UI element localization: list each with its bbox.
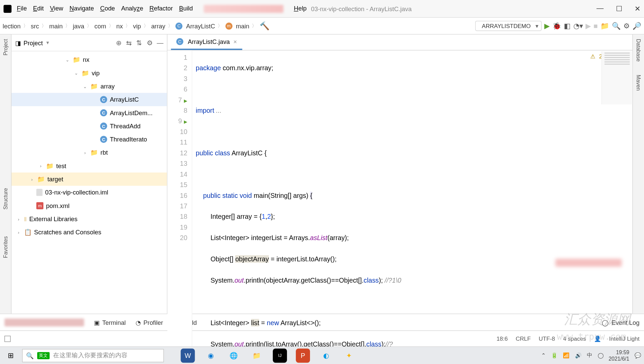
code-content[interactable]: package com.nx.vip.array; import ... pub… xyxy=(192,50,633,364)
tree-nx[interactable]: ⌄📁nx xyxy=(11,53,167,66)
crumb-main[interactable]: main xyxy=(49,22,63,29)
start-button[interactable]: ⊞ xyxy=(3,348,19,363)
tray-sync-icon[interactable]: ◯ xyxy=(598,352,603,358)
crumb-src[interactable]: src xyxy=(31,22,39,29)
tree-pom[interactable]: mpom.xml xyxy=(11,199,167,212)
tree-vip[interactable]: ⌄📁vip xyxy=(11,66,167,79)
rail-maven[interactable]: Maven xyxy=(635,75,641,91)
ime-badge: 英文 xyxy=(37,352,50,359)
tray-wifi-icon[interactable]: 📶 xyxy=(563,352,570,358)
maximize-button[interactable]: ☐ xyxy=(616,4,622,13)
tree-arraylistc[interactable]: CArrayListC xyxy=(11,93,167,106)
tray-notifications-icon[interactable]: 💬 xyxy=(635,352,641,358)
tree-threaditerator[interactable]: CThreadIterato xyxy=(11,133,167,146)
tree-extlib[interactable]: ›⫴External Libraries xyxy=(11,212,167,226)
attach-icon[interactable]: ▶ xyxy=(586,22,591,30)
code-editor[interactable]: 123 6 7 ▶ 8 9 ▶ 101112 131415 161718 192… xyxy=(167,50,633,364)
taskbar-search[interactable]: 🔍 英文 在这里输入你要搜索的内容 xyxy=(22,349,164,362)
search-everywhere-icon[interactable]: 🔍 xyxy=(612,22,621,30)
tree-arraylistdemo[interactable]: CArrayListDem... xyxy=(11,106,167,119)
project-view-select[interactable]: ◨Project▼ xyxy=(15,39,50,46)
tray-ime-icon[interactable]: 中 xyxy=(587,352,592,359)
coverage-icon[interactable]: ◧ xyxy=(564,22,571,30)
terminal-tab[interactable]: ▣ Terminal xyxy=(94,319,126,326)
minimize-button[interactable]: — xyxy=(597,4,604,13)
app-icon[interactable]: ◐ xyxy=(319,348,333,363)
chrome-icon[interactable]: 🌐 xyxy=(227,348,241,363)
edge-icon[interactable]: ◉ xyxy=(204,348,218,363)
crumb-nx[interactable]: nx xyxy=(116,22,123,29)
locate-icon[interactable]: ⊕ xyxy=(116,39,122,47)
menu-edit[interactable]: Edit xyxy=(33,5,44,13)
build-icon[interactable]: 🔨 xyxy=(260,21,269,31)
expand-icon[interactable]: ⇆ xyxy=(126,39,132,47)
right-tool-rail: Database Maven xyxy=(633,34,644,314)
menu-analyze[interactable]: Analyze xyxy=(121,5,143,13)
profile-icon[interactable]: ◔▾ xyxy=(573,22,583,30)
crumb-java[interactable]: java xyxy=(73,22,84,29)
collapse-icon[interactable]: ⇅ xyxy=(136,39,142,47)
status-tool-icon[interactable] xyxy=(4,336,10,342)
explorer-icon[interactable]: 📁 xyxy=(250,348,264,363)
crumb-method[interactable]: main xyxy=(236,22,249,29)
profiler-tab[interactable]: ◔ Profiler xyxy=(136,319,163,326)
intellij-icon[interactable]: IJ xyxy=(273,348,287,363)
word-icon[interactable]: W xyxy=(181,348,195,363)
run-icon[interactable]: ▶ xyxy=(544,22,550,30)
close-tab-icon[interactable]: × xyxy=(233,38,237,45)
close-button[interactable]: ✕ xyxy=(635,4,640,13)
rail-favorites[interactable]: Favorites xyxy=(2,236,8,258)
crumb-com[interactable]: com xyxy=(94,22,106,29)
search-icon[interactable]: 🔎 xyxy=(633,22,641,30)
tree-rbt[interactable]: ›📁rbt xyxy=(11,146,167,159)
tree-test[interactable]: ›📁test xyxy=(11,159,167,173)
rail-project[interactable]: Project xyxy=(2,39,8,55)
app2-icon[interactable]: ✦ xyxy=(342,348,356,363)
settings-icon[interactable]: ⚙ xyxy=(623,22,629,30)
crumb-vip[interactable]: vip xyxy=(133,22,141,29)
class-icon: C xyxy=(176,38,183,45)
crumb-class[interactable]: ArrayListC xyxy=(186,22,215,29)
crumb-array[interactable]: array xyxy=(151,22,165,29)
menu-code[interactable]: Code xyxy=(100,5,115,13)
rail-structure[interactable]: Structure xyxy=(2,188,8,210)
tree-iml[interactable]: 03-nx-vip-collection.iml xyxy=(11,186,167,199)
tray-clock[interactable]: 19:59 2021/6/1 xyxy=(609,349,629,362)
menu-build[interactable]: Build xyxy=(179,5,193,13)
stop-icon[interactable]: ■ xyxy=(594,22,598,30)
menu-view[interactable]: View xyxy=(50,5,63,13)
app-logo-icon xyxy=(3,5,11,13)
editor-tab[interactable]: C ArrayListC.java × xyxy=(171,34,242,50)
powerpoint-icon[interactable]: P xyxy=(296,348,310,363)
tree-array[interactable]: ⌄📁array xyxy=(11,80,167,93)
crumb-lection[interactable]: lection xyxy=(3,22,21,29)
tree-target[interactable]: ›📁target xyxy=(11,173,167,186)
hide-icon[interactable]: — xyxy=(157,39,164,46)
tray-up-icon[interactable]: ⌃ xyxy=(541,352,546,358)
menu-navigate[interactable]: Navigate xyxy=(69,5,94,13)
navigation-bar: lection〉 src〉 main〉 java〉 com〉 nx〉 vip〉 … xyxy=(0,18,644,34)
search-placeholder: 在这里输入你要搜索的内容 xyxy=(53,352,127,360)
run-config-select[interactable]: ARRAYLISTDEMO xyxy=(475,21,542,31)
tree-threadadd[interactable]: CThreadAdd xyxy=(11,120,167,133)
menu-help[interactable]: Help xyxy=(294,5,307,13)
rail-database[interactable]: Database xyxy=(635,39,641,61)
editor-area: C ArrayListC.java × 123 6 7 ▶ 8 9 ▶ 1011… xyxy=(167,34,633,314)
search-icon: 🔍 xyxy=(26,352,33,359)
project-tree: ⌄📁nx ⌄📁vip ⌄📁array CArrayListC CArrayLis… xyxy=(11,51,167,314)
menu-refactor[interactable]: Refactor xyxy=(149,5,173,13)
redacted-area xyxy=(204,5,283,13)
menu-file[interactable]: File xyxy=(17,5,27,13)
tray-battery-icon[interactable]: 🔋 xyxy=(551,352,558,358)
debug-icon[interactable]: 🐞 xyxy=(552,22,561,30)
tree-scratch[interactable]: ›📋Scratches and Consoles xyxy=(11,226,167,239)
gutter: 123 6 7 ▶ 8 9 ▶ 101112 131415 161718 192… xyxy=(167,50,192,364)
redacted-bottom xyxy=(4,318,84,327)
tab-filename: ArrayListC.java xyxy=(188,38,230,45)
minimap[interactable] xyxy=(601,51,633,104)
gear-icon[interactable]: ⚙ xyxy=(147,39,152,47)
tray-volume-icon[interactable]: 🔊 xyxy=(575,352,582,358)
project-sidebar: ◨Project▼ ⊕ ⇆ ⇅ ⚙ — ⌄📁nx ⌄📁vip ⌄📁array C… xyxy=(11,34,167,314)
method-icon: m xyxy=(225,22,232,29)
git-icon[interactable]: 📁 xyxy=(600,22,609,30)
